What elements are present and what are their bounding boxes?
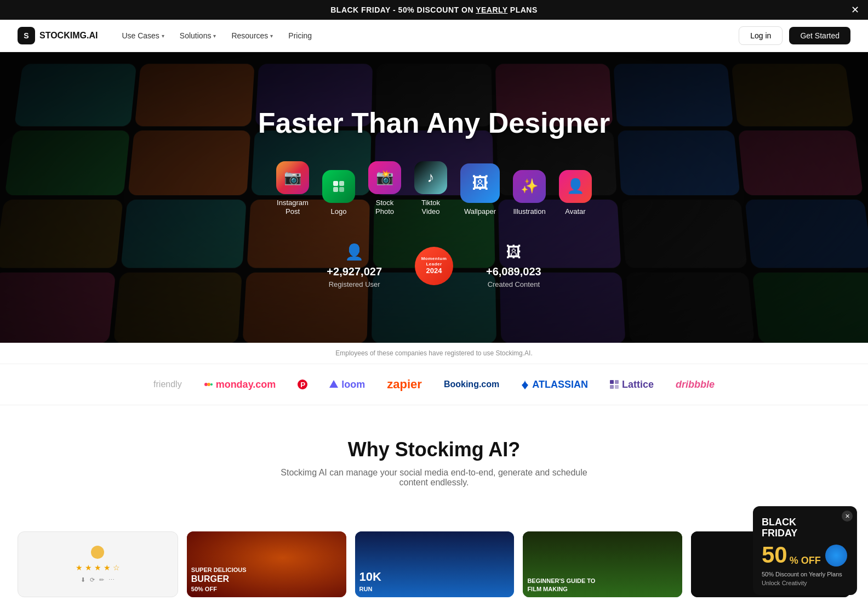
hero-stats: 👤 +2,927,027 Registered User MomentumLea… [327,243,541,288]
social-proof-text: Employees of these companies have regist… [335,349,533,357]
svg-text:P: P [301,381,306,389]
popup-percent: 50 [762,543,787,567]
stat-users: 👤 +2,927,027 Registered User [327,243,382,288]
sketch-actions: ⬇ ⟳ ✏ ⋯ [81,576,115,584]
stat-users-label: Registered User [329,280,380,288]
get-started-button[interactable]: Get Started [789,27,850,44]
sketch-interior: ★ ★ ★ ★ ☆ ⬇ ⟳ ✏ ⋯ [18,537,178,592]
popup-circle [825,545,847,567]
card-burger-text: Super DeliciousBURGER50% Off [191,566,247,593]
sketch-dot [91,546,104,559]
sketch-action-icon: ⟳ [90,576,95,584]
sketch-stars: ★ ★ ★ ★ ☆ [76,563,120,572]
yearly-link[interactable]: YEARLY [476,5,507,14]
login-button[interactable]: Log in [739,26,783,45]
svg-rect-10 [610,380,614,384]
nav-solutions[interactable]: Solutions ▾ [173,27,223,44]
logo-icon: S [18,27,35,44]
hero-section: Faster Than Any Designer 📷 InstagramPost… [0,52,868,343]
tool-tiktok-label: TiktokVideo [421,199,440,216]
sketch-action-icon: ⋯ [108,576,115,584]
sketch-action-icon: ✏ [99,576,104,584]
tool-tiktok[interactable]: ♪ TiktokVideo [414,161,447,216]
tool-avatar-label: Avatar [565,207,585,216]
tool-stock[interactable]: 📸 StockPhoto [368,161,401,216]
content-card-sketch: ★ ★ ★ ★ ☆ ⬇ ⟳ ✏ ⋯ [18,531,178,597]
logo-friendly: friendly [153,380,182,389]
nav-resources[interactable]: Resources ▾ [225,27,279,44]
stat-content-label: Created Content [488,280,540,288]
logo-zapier: zapier [387,377,422,392]
social-proof-bar: Employees of these companies have regist… [0,343,868,364]
popup-off: % OFF [790,555,821,567]
sketch-action-icon: ⬇ [81,576,85,584]
svg-marker-9 [329,380,338,388]
content-card-run: 10KRUN [355,531,515,597]
logo-loom: loom [329,379,365,390]
announcement-close-button[interactable]: ✕ [851,4,859,16]
chevron-down-icon: ▾ [213,33,216,39]
svg-point-6 [210,383,213,386]
why-subtitle: Stockimg AI can manage your social media… [270,468,598,488]
chevron-down-icon: ▾ [270,33,273,39]
hero-title: Faster Than Any Designer [258,106,610,139]
stat-content: 🖼 +6,089,023 Created Content [486,243,541,288]
svg-rect-11 [615,380,619,384]
tool-logo[interactable]: Logo [322,170,355,216]
nav-actions: Log in Get Started [739,26,850,45]
hero-tools: 📷 InstagramPost Logo 📸 StockPhoto ♪ Tikt… [258,161,610,216]
tool-instagram[interactable]: 📷 InstagramPost [276,161,309,216]
content-icon: 🖼 [506,243,521,261]
g2-badge: MomentumLeader 2024 [415,247,453,285]
navbar: S STOCKIMG.AI Use Cases ▾ Solutions ▾ Re… [0,20,868,52]
popup-close-button[interactable]: ✕ [842,511,853,522]
logo-lattice: Lattice [610,379,654,390]
logo-atlassian: ATLASSIAN [521,379,588,390]
illustration-icon: ✨ [513,170,546,203]
logo-tool-icon [322,170,355,203]
svg-rect-1 [339,181,344,186]
users-icon: 👤 [345,243,364,261]
tiktok-icon: ♪ [414,161,447,194]
tool-wallpaper-label: Wallpaper [464,207,496,216]
svg-rect-2 [333,187,338,192]
hero-content: Faster Than Any Designer 📷 InstagramPost… [258,106,610,243]
card-film-text: BEGINNER'S GUIDE TOFILM MAKING [527,577,595,593]
tool-avatar[interactable]: 👤 Avatar [559,170,592,216]
logo-dribbble: dribbble [676,379,715,390]
popup-unlock: Unlock Creativity [762,580,848,586]
g2-year: 2024 [426,267,442,275]
card-run-text: 10KRUN [359,569,381,593]
black-friday-popup: ✕ BLACK FRIDAY 50 % OFF 50% Discount on … [753,506,857,595]
logo-booking: Booking.com [444,380,499,389]
stat-content-number: +6,089,023 [486,265,541,278]
why-section: Why Stockimg AI? Stockimg AI can manage … [0,405,868,531]
announcement-bar: BLACK FRIDAY - 50% DISCOUNT ON YEARLY PL… [0,0,868,20]
logo-text: STOCKIMG.AI [39,31,98,41]
g2-title: MomentumLeader [421,256,447,267]
avatar-icon: 👤 [559,170,592,203]
tool-instagram-label: InstagramPost [277,199,309,216]
svg-rect-0 [333,181,338,186]
logo-monday: monday.com [204,379,276,390]
nav-links: Use Cases ▾ Solutions ▾ Resources ▾ Pric… [115,27,739,44]
tool-wallpaper[interactable]: 🖼 Wallpaper [460,163,500,216]
popup-title: BLACK FRIDAY [762,517,848,539]
content-card-film: BEGINNER'S GUIDE TOFILM MAKING [523,531,682,597]
announcement-text: BLACK FRIDAY - 50% DISCOUNT ON YEARLY PL… [330,5,538,14]
tool-illustration[interactable]: ✨ Illustration [513,170,546,216]
nav-pricing[interactable]: Pricing [282,27,318,44]
tool-illustration-label: Illustration [513,207,545,216]
nav-use-cases[interactable]: Use Cases ▾ [115,27,170,44]
stock-icon: 📸 [368,161,401,194]
tool-stock-label: StockPhoto [375,199,394,216]
instagram-icon: 📷 [276,161,309,194]
stat-users-number: +2,927,027 [327,265,382,278]
logos-section: friendly monday.com P loom zapier Bookin… [0,364,868,405]
svg-rect-12 [610,385,614,389]
svg-rect-13 [615,385,619,389]
why-title: Why Stockimg AI? [18,438,850,461]
chevron-down-icon: ▾ [162,33,164,39]
svg-rect-3 [339,187,344,192]
logo[interactable]: S STOCKIMG.AI [18,27,98,44]
